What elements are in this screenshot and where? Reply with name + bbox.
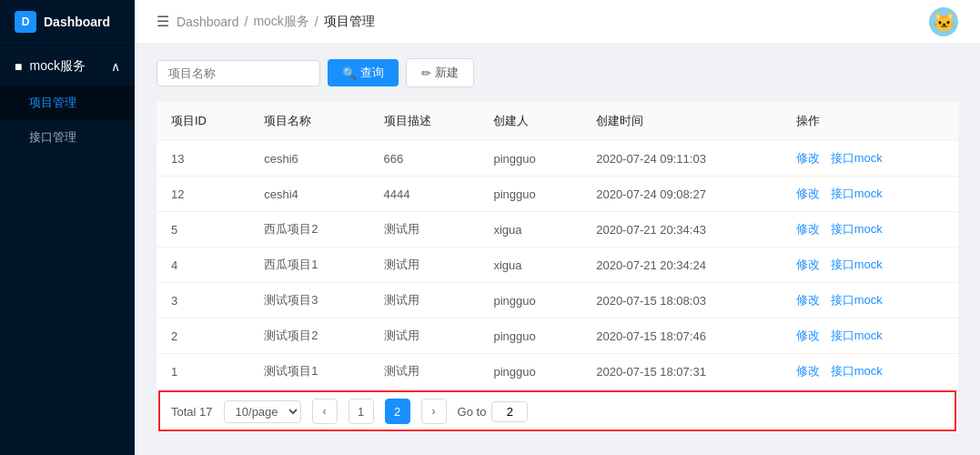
sidebar-item-interface[interactable]: 接口管理 (0, 120, 135, 155)
avatar[interactable]: 🐱 (929, 7, 958, 36)
breadcrumb: Dashboard / mock服务 / 项目管理 (177, 14, 375, 30)
cell-name: 测试项目3 (249, 283, 369, 318)
avatar-image: 🐱 (933, 11, 955, 33)
prev-page-button[interactable]: ‹ (312, 399, 338, 424)
edit-action-link[interactable]: 修改 (796, 151, 820, 165)
cell-created-at: 2020-07-24 09:08:27 (581, 177, 782, 212)
edit-icon: ✏ (421, 66, 431, 80)
cell-id: 1 (157, 354, 249, 389)
cell-action: 修改 接口mock (782, 177, 958, 212)
col-id: 项目ID (157, 102, 249, 141)
cell-creator: pingguo (479, 318, 581, 354)
cell-id: 12 (157, 177, 249, 212)
cell-name: 测试项目1 (249, 354, 369, 389)
menu-icon[interactable]: ☰ (157, 13, 169, 30)
cell-desc: 测试用 (369, 283, 480, 318)
cell-creator: xigua (479, 248, 581, 283)
cell-created-at: 2020-07-15 18:08:03 (581, 283, 782, 318)
cell-desc: 测试用 (369, 212, 480, 248)
sidebar-group-label: mock服务 (29, 58, 85, 75)
mock-action-link[interactable]: 接口mock (831, 329, 883, 342)
cell-action: 修改 接口mock (782, 283, 958, 318)
header-left: ☰ Dashboard / mock服务 / 项目管理 (157, 13, 375, 30)
table-row: 2 测试项目2 测试用 pingguo 2020-07-15 18:07:46 … (157, 318, 958, 354)
sidebar-group-mock[interactable]: ■ mock服务 ∧ (0, 47, 135, 86)
col-created-at: 创建时间 (581, 102, 782, 141)
col-action: 操作 (782, 102, 958, 141)
table-row: 1 测试项目1 测试用 pingguo 2020-07-15 18:07:31 … (157, 354, 958, 389)
mock-action-link[interactable]: 接口mock (831, 364, 883, 378)
table-row: 12 ceshi4 4444 pingguo 2020-07-24 09:08:… (157, 177, 958, 212)
page-2-button[interactable]: 2 (385, 399, 410, 424)
mock-action-link[interactable]: 接口mock (831, 187, 883, 200)
col-name: 项目名称 (249, 102, 369, 141)
cell-creator: pingguo (479, 141, 581, 177)
sidebar-menu: ■ mock服务 ∧ 项目管理 接口管理 (0, 44, 135, 158)
cell-action: 修改 接口mock (782, 318, 958, 354)
cell-desc: 测试用 (369, 318, 480, 354)
cell-action: 修改 接口mock (782, 212, 958, 248)
cell-creator: pingguo (479, 283, 581, 318)
page-1-button[interactable]: 1 (349, 399, 374, 424)
cell-name: 西瓜项目1 (249, 248, 369, 283)
sidebar-logo[interactable]: D Dashboard (0, 0, 135, 44)
cell-id: 3 (157, 283, 249, 318)
table-row: 3 测试项目3 测试用 pingguo 2020-07-15 18:08:03 … (157, 283, 958, 318)
main: ☰ Dashboard / mock服务 / 项目管理 🐱 🔍 查询 ✏ 新建 (135, 0, 980, 455)
new-button[interactable]: ✏ 新建 (406, 58, 474, 87)
cell-action: 修改 接口mock (782, 248, 958, 283)
page-size-select[interactable]: 10/page20/page50/page (224, 400, 301, 423)
search-bar: 🔍 查询 ✏ 新建 (157, 58, 958, 87)
table-row: 13 ceshi6 666 pingguo 2020-07-24 09:11:0… (157, 141, 958, 177)
mock-action-link[interactable]: 接口mock (831, 222, 883, 236)
edit-action-link[interactable]: 修改 (796, 364, 820, 378)
content: 🔍 查询 ✏ 新建 项目ID 项目名称 项目描述 创建人 创建时间 操作 (135, 44, 980, 455)
table-row: 5 西瓜项目2 测试用 xigua 2020-07-21 20:34:43 修改… (157, 212, 958, 248)
breadcrumb-dashboard[interactable]: Dashboard (177, 15, 239, 29)
cell-action: 修改 接口mock (782, 354, 958, 389)
breadcrumb-mock[interactable]: mock服务 (253, 14, 308, 30)
cell-created-at: 2020-07-24 09:11:03 (581, 141, 782, 177)
project-table: 项目ID 项目名称 项目描述 创建人 创建时间 操作 13 ceshi6 666… (157, 102, 958, 433)
edit-action-link[interactable]: 修改 (796, 187, 820, 200)
cell-created-at: 2020-07-15 18:07:31 (581, 354, 782, 389)
goto-input[interactable] (491, 401, 528, 422)
edit-action-link[interactable]: 修改 (796, 258, 820, 271)
cell-desc: 测试用 (369, 354, 480, 389)
cell-id: 2 (157, 318, 249, 354)
logo-icon: D (15, 11, 36, 33)
next-page-button[interactable]: › (421, 399, 447, 424)
cell-desc: 测试用 (369, 248, 480, 283)
cell-id: 5 (157, 212, 249, 248)
cell-desc: 4444 (369, 177, 480, 212)
edit-action-link[interactable]: 修改 (796, 329, 820, 342)
breadcrumb-sep-1: / (245, 15, 248, 29)
search-input[interactable] (157, 60, 320, 86)
pagination-total: Total 17 (171, 405, 213, 419)
cell-created-at: 2020-07-21 20:34:24 (581, 248, 782, 283)
cell-desc: 666 (369, 141, 480, 177)
cell-creator: pingguo (479, 354, 581, 389)
col-creator: 创建人 (479, 102, 581, 141)
cell-creator: xigua (479, 212, 581, 248)
edit-action-link[interactable]: 修改 (796, 293, 820, 307)
header: ☰ Dashboard / mock服务 / 项目管理 🐱 (135, 0, 980, 44)
mock-action-link[interactable]: 接口mock (831, 258, 883, 271)
mock-action-link[interactable]: 接口mock (831, 151, 883, 165)
grid-icon: ■ (15, 59, 22, 74)
search-icon: 🔍 (342, 66, 357, 80)
cell-name: ceshi4 (249, 177, 369, 212)
edit-action-link[interactable]: 修改 (796, 222, 820, 236)
cell-id: 4 (157, 248, 249, 283)
table-header-row: 项目ID 项目名称 项目描述 创建人 创建时间 操作 (157, 102, 958, 141)
cell-created-at: 2020-07-21 20:34:43 (581, 212, 782, 248)
query-button[interactable]: 🔍 查询 (328, 59, 399, 86)
cell-name: ceshi6 (249, 141, 369, 177)
table-row: 4 西瓜项目1 测试用 xigua 2020-07-21 20:34:24 修改… (157, 248, 958, 283)
goto-label: Go to (458, 405, 487, 419)
breadcrumb-sep-2: / (315, 15, 318, 29)
sidebar-item-project[interactable]: 项目管理 (0, 86, 135, 120)
cell-created-at: 2020-07-15 18:07:46 (581, 318, 782, 354)
pagination: Total 17 10/page20/page50/page ‹ 1 2 › G… (157, 389, 958, 433)
mock-action-link[interactable]: 接口mock (831, 293, 883, 307)
